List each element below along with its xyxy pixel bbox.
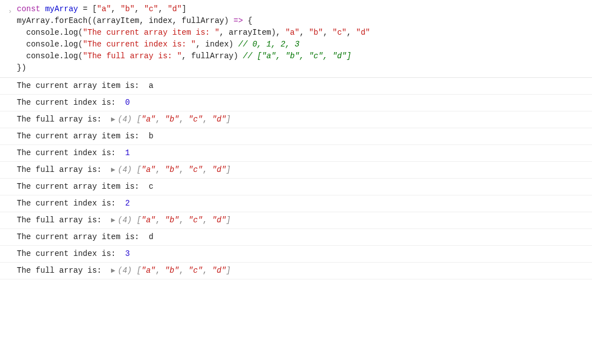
log-row: The current index is: 3: [0, 246, 592, 263]
array-length: (4): [118, 165, 137, 174]
log-content: The current array item is: b: [17, 130, 588, 142]
log-label: The current array item is:: [17, 232, 149, 241]
log-value: 2: [125, 199, 130, 208]
log-label: The full array is:: [17, 165, 111, 174]
log-row: The full array is: ▶(4) ["a", "b", "c", …: [0, 212, 592, 229]
bracket: ]: [226, 266, 230, 275]
array-item: "b": [165, 115, 179, 124]
keyword-const: const: [17, 4, 40, 13]
array-item: "d": [212, 165, 226, 174]
disclosure-triangle-icon[interactable]: ▶: [111, 266, 115, 274]
bracket: [: [137, 266, 141, 275]
array-item: "a": [141, 115, 155, 124]
array-item: "a": [141, 216, 155, 225]
log-row: The full array is: ▶(4) ["a", "b", "c", …: [0, 162, 592, 179]
log-value: a: [149, 81, 153, 90]
log-label: The full array is:: [17, 216, 111, 225]
array-item: "d": [212, 115, 226, 124]
comma: ,: [155, 165, 165, 174]
log-row: The current array item is: d: [0, 229, 592, 246]
comma: ,: [155, 115, 165, 124]
log-value: 3: [125, 249, 130, 258]
bracket: ]: [226, 216, 230, 225]
log-label: The current index is:: [17, 199, 125, 208]
array-item: "c": [188, 115, 202, 124]
log-label: The full array is:: [17, 266, 111, 275]
log-label: The full array is:: [17, 115, 111, 124]
log-content: The full array is: ▶(4) ["a", "b", "c", …: [17, 164, 588, 176]
array-item: "b": [165, 165, 179, 174]
log-label: The current index is:: [17, 249, 125, 258]
log-row: The current array item is: c: [0, 179, 592, 195]
disclosure-triangle-icon[interactable]: ▶: [111, 216, 115, 224]
log-row: The current index is: 1: [0, 145, 592, 162]
log-content: The full array is: ▶(4) ["a", "b", "c", …: [17, 114, 588, 125]
bracket: [: [137, 115, 141, 124]
comma: ,: [179, 115, 188, 124]
bracket: [: [137, 216, 141, 225]
array-item: "c": [188, 266, 202, 275]
comma: ,: [155, 216, 165, 225]
array-item: "d": [212, 266, 226, 275]
code-input[interactable]: const myArray = ["a", "b", "c", "d"] myA…: [17, 3, 588, 74]
log-value: 0: [125, 98, 130, 107]
log-content: The current array item is: d: [17, 231, 588, 243]
array-length: (4): [118, 115, 137, 124]
log-row: The current array item is: a: [0, 78, 592, 95]
comma: ,: [179, 165, 188, 174]
log-row: The full array is: ▶(4) ["a", "b", "c", …: [0, 263, 592, 279]
log-value: 1: [125, 148, 130, 157]
log-content: The full array is: ▶(4) ["a", "b", "c", …: [17, 214, 588, 226]
log-row: The current array item is: b: [0, 128, 592, 145]
log-value: d: [149, 232, 153, 241]
log-content: The current index is: 0: [17, 97, 588, 109]
log-content: The current index is: 2: [17, 198, 588, 209]
comma: ,: [202, 165, 212, 174]
array-length: (4): [118, 266, 137, 275]
array-item: "a": [141, 266, 155, 275]
prompt-icon: ›: [3, 3, 17, 15]
log-label: The current index is:: [17, 148, 125, 157]
bracket: ]: [226, 115, 230, 124]
console-input-row[interactable]: › const myArray = ["a", "b", "c", "d"] m…: [0, 0, 592, 78]
var-name: myArray: [45, 4, 78, 13]
bracket: [: [137, 165, 141, 174]
log-value: b: [149, 132, 153, 141]
log-content: The current index is: 1: [17, 147, 588, 159]
array-item: "c": [188, 216, 202, 225]
comma: ,: [202, 266, 212, 275]
log-content: The current index is: 3: [17, 248, 588, 260]
log-content: The current array item is: c: [17, 181, 588, 193]
array-item: "b": [165, 266, 179, 275]
log-label: The current index is:: [17, 98, 125, 107]
log-row: The full array is: ▶(4) ["a", "b", "c", …: [0, 111, 592, 128]
console-panel: › const myArray = ["a", "b", "c", "d"] m…: [0, 0, 592, 279]
comma: ,: [202, 216, 212, 225]
comma: ,: [155, 266, 165, 275]
log-label: The current array item is:: [17, 132, 149, 141]
array-item: "b": [165, 216, 179, 225]
comma: ,: [179, 266, 188, 275]
disclosure-triangle-icon[interactable]: ▶: [111, 115, 115, 123]
log-content: The current array item is: a: [17, 80, 588, 92]
log-content: The full array is: ▶(4) ["a", "b", "c", …: [17, 265, 588, 277]
log-label: The current array item is:: [17, 81, 149, 90]
array-item: "c": [188, 165, 202, 174]
log-label: The current array item is:: [17, 182, 149, 191]
array-item: "d": [212, 216, 226, 225]
log-value: c: [149, 182, 153, 191]
disclosure-triangle-icon[interactable]: ▶: [111, 165, 115, 174]
log-row: The current index is: 0: [0, 95, 592, 111]
log-row: The current index is: 2: [0, 195, 592, 212]
bracket: ]: [226, 165, 230, 174]
array-length: (4): [118, 216, 137, 225]
comma: ,: [202, 115, 212, 124]
console-output: The current array item is: aThe current …: [0, 78, 592, 279]
array-item: "a": [141, 165, 155, 174]
comma: ,: [179, 216, 188, 225]
